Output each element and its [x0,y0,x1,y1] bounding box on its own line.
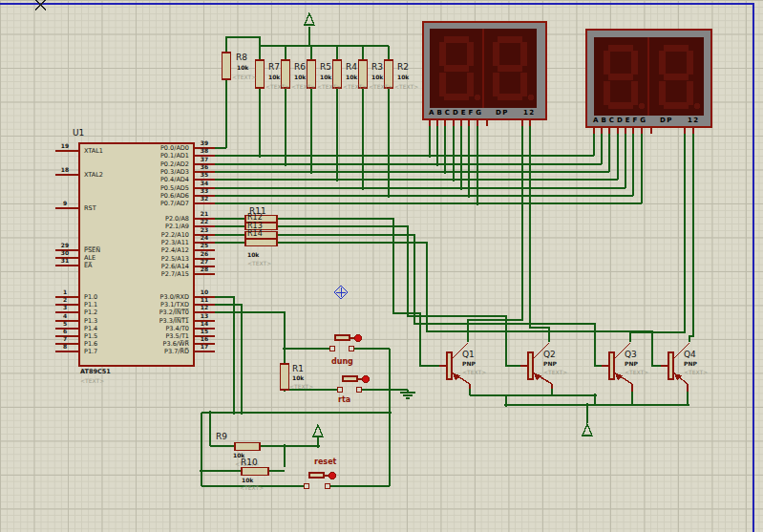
resistor-ref: R3 [371,62,383,72]
transistor-ref: Q2 [543,350,556,359]
pin-number: 25 [197,242,212,249]
pin-number: 26 [197,250,212,258]
pin-number: 30 [57,249,73,257]
transistor-placeholder: <TEXT> [462,369,486,376]
pin-label: ALE [84,254,95,262]
pin-number: 10 [197,288,212,296]
pin-number: 9 [57,200,73,207]
mcu-part: AT89C51 [80,368,111,375]
pin-number: 36 [197,163,212,171]
display2-legend-pins: 12 [688,117,700,124]
transistor-placeholder: <TEXT> [543,369,567,376]
transistor-type: PNP [543,360,557,368]
pin-label: P1.5 [84,332,97,340]
pin-label: XTAL1 [84,147,103,155]
button-label-rta: rta [338,396,350,404]
resistor-value: 10k [371,74,383,81]
pin-number: 5 [57,320,73,328]
resistor-placeholder: <TEXT> [240,484,264,492]
button-actuator [362,375,369,382]
pin-number: 19 [57,142,73,150]
pin-label: P3.5/T1 [122,332,189,340]
pin-label: P1.4 [84,325,97,332]
resistor-ref: R6 [294,62,306,72]
display1-legend-dp: DP [496,109,509,117]
transistor-placeholder: <TEXT> [684,369,708,376]
resistor-value: 10k [346,74,357,81]
pin-label: P2.7/A15 [122,270,189,278]
pin-label: P3.6/W̅R̅ [122,340,189,348]
resistor-ref: R8 [236,53,247,62]
pin-label: P3.2/I̅N̅T̅0̅ [122,309,189,316]
pin-label: P1.6 [84,340,97,348]
display2-legend-segments: ABCDEFG [593,117,648,124]
pin-number: 16 [197,335,212,343]
pin-number: 31 [57,257,73,265]
pin-label: P̅S̅E̅N̅ [84,246,100,254]
resistor-placeholder: <TEXT> [394,83,418,91]
resistor-placeholder: <TEXT> [343,83,367,91]
pin-label: P0.2/AD2 [122,160,189,168]
pin-number: 2 [57,296,73,304]
pin-label: XTAL2 [84,171,103,179]
pin-number: 21 [197,210,212,218]
resistor-r1 [281,364,289,390]
pin-label: P2.1/A9 [122,223,189,230]
pin-label: P0.4/AD4 [122,176,189,183]
resistor-ref: R5 [320,62,331,72]
pin-number: 27 [197,258,212,266]
resistor-value: 10k [237,64,248,72]
resistor-value: 10k [320,74,331,81]
resistor-value: 10k [294,74,306,81]
rnet-member: R12 [247,214,263,222]
pin-number: 17 [197,343,212,351]
rnet-placeholder: <TEXT> [247,260,271,267]
pin-label: E̅A̅ [84,262,93,269]
resistor-placeholder: <TEXT> [369,83,392,91]
pin-number: 18 [57,166,73,174]
pin-label: P1.7 [84,348,97,355]
pin-label: P1.3 [84,317,97,325]
pin-number: 4 [57,312,73,320]
pin-label: P3.4/T0 [122,325,189,332]
pin-label: P0.3/AD3 [122,168,189,176]
center-diamond-marker [334,286,348,299]
pin-number: 29 [57,242,73,249]
resistor-r7 [256,60,265,88]
pin-number: 8 [57,343,73,351]
mcu-placeholder: <TEXT> [80,377,104,385]
pin-number: 12 [197,304,212,311]
pin-number: 33 [197,187,212,195]
ground-symbol [400,393,415,398]
pin-label: RST [84,204,96,212]
pin-number: 32 [197,195,212,202]
pin-number: 6 [57,328,73,335]
pin-label: P0.7/AD7 [122,200,189,207]
pin-label: P1.2 [84,309,97,316]
pin-label: P0.1/AD1 [122,152,189,160]
resistor-placeholder: <TEXT> [232,74,256,81]
pin-number: 3 [57,304,73,311]
resistor-value: 10k [268,74,280,81]
pin-label: P2.3/A11 [122,239,189,246]
transistor-ref: Q1 [462,350,475,359]
resistor-placeholder: <TEXT> [265,83,289,91]
button-label-dung: dung [331,358,353,366]
resistor-value: 10k [292,374,304,382]
resistor-ref: R2 [397,62,409,72]
resistor-placeholder: <TEXT> [289,383,313,391]
pin-label: P0.6/AD6 [122,192,189,200]
transistor-type: PNP [684,360,697,368]
pin-number: 22 [197,218,212,225]
resistor-ref: R10 [241,458,258,467]
resistor-r10 [242,468,268,476]
mcu-ref: U1 [73,128,84,138]
transistor-type: PNP [625,360,638,368]
power-arrow-top [305,13,314,25]
pin-number: 14 [197,320,212,328]
power-arrow-reset [313,425,323,436]
display1-legend-segments: ABCDEFG [429,109,484,117]
pin-number: 11 [197,296,212,304]
pin-number: 23 [197,226,212,234]
pin-label: P2.6/A14 [122,263,189,270]
